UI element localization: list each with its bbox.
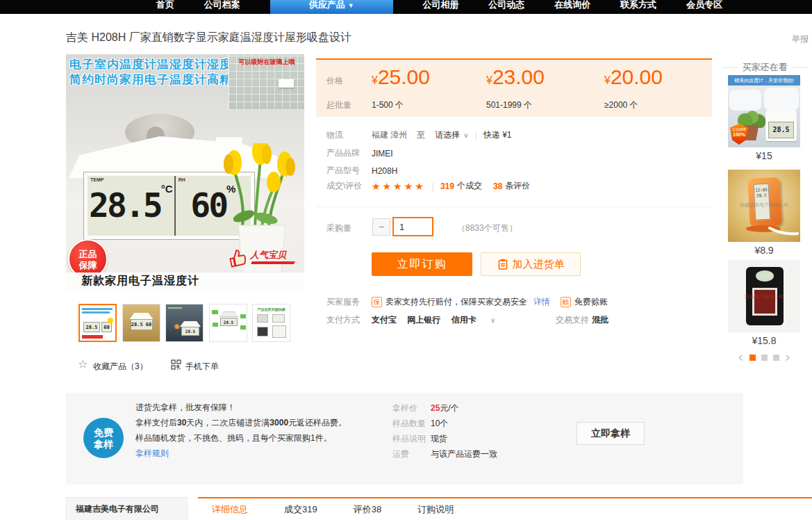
brand-row: 产品品牌 JIMEI [326, 147, 393, 159]
favorite-product-link[interactable]: 收藏产品（3） [93, 361, 148, 373]
rating-label: 成交\评价 [326, 180, 372, 192]
sample-rules-link[interactable]: 拿样规则 [135, 446, 347, 461]
rating-row: 成交\评价 ★★★★★ | 319 个成交 38 条评价 [326, 180, 530, 192]
free-sample-section: 免费 拿样 进货先拿样，批发有保障！ 拿样支付后30天内，二次店铺进货满3000… [66, 393, 743, 485]
order-now-button[interactable]: 立即订购 [372, 252, 472, 276]
payment-label: 支付方式 [326, 314, 372, 326]
separator: | [475, 131, 477, 140]
deals-suffix: 个成交 [457, 180, 482, 192]
sidebar-product-3[interactable]: 吉美电子有限公司 [728, 260, 800, 332]
lcd-rh-label: RH [179, 177, 185, 182]
pager-next-icon[interactable]: › [785, 352, 791, 363]
nav-item-album[interactable]: 公司相册 [423, 0, 459, 14]
image-headline-1: 电子室内温度计温湿度计湿度计 [69, 56, 245, 72]
price-box: 价格 ¥25.00 ¥23.00 ¥20.00 起批量 1-500 个 501-… [316, 58, 712, 117]
sidebar-title: 买家还在看 [743, 61, 788, 74]
popular-badge: 人气宝贝 [228, 245, 303, 273]
detail-tabbar: 详细信息 成交319 评价38 订购说明 [198, 497, 812, 520]
reviews-count[interactable]: 38 [493, 181, 502, 191]
pager-prev-icon[interactable]: ‹ [738, 352, 744, 363]
page-title: 吉美 H208H 厂家直销数字显示家庭温湿度计屋形吸盘设计 [66, 31, 351, 45]
inset-caption: 可以吸附在玻璃上哦 [229, 58, 304, 67]
thumbnail-2[interactable]: 28.5 60 [122, 304, 160, 342]
trade-support-value: 混批 [592, 314, 608, 326]
tab-reviews[interactable]: 评价38 [354, 503, 381, 516]
sidebar-price-2: ¥8.9 [728, 245, 800, 256]
thumbnail-3[interactable]: 28.5 [165, 304, 204, 342]
tab-deals[interactable]: 成交319 [284, 503, 317, 516]
details-link[interactable]: 详情 [533, 296, 550, 308]
moq-tier-1: 1-500 个 [372, 99, 404, 111]
nav-item-home[interactable]: 首页 [156, 0, 174, 14]
tab-order-instructions[interactable]: 订购说明 [417, 503, 454, 516]
add-to-cart-button[interactable]: 加入进货单 [481, 252, 581, 276]
pager-dot-3[interactable] [773, 355, 779, 361]
model-row: 产品型号 H208H [326, 165, 397, 177]
credit-text: 免费赊账 [574, 296, 608, 308]
chevron-down-icon: ▼ [348, 2, 354, 9]
mobile-order-link[interactable]: 手机下单 [185, 361, 219, 373]
deals-count[interactable]: 319 [440, 181, 454, 191]
buyer-services-label: 买家服务 [326, 296, 372, 308]
lcd-temp-label: TEMP [90, 177, 103, 182]
guarantee-badge-icon: 保 [372, 297, 382, 307]
chevron-down-icon[interactable]: ∨ [490, 316, 495, 324]
moq-label: 起批量 [326, 99, 351, 111]
company-name-box: 福建吉美电子有限公司 [66, 497, 188, 520]
sample-line-1: 进货先拿样，批发有保障！ [135, 400, 347, 415]
sample-price-field: 拿样价 25元/个 [392, 403, 508, 414]
credit-badge-icon: 赊 [561, 297, 571, 307]
quantity-minus-button[interactable]: − [372, 218, 390, 236]
destination-select[interactable]: 请选择∨ [435, 129, 468, 141]
qr-code-icon[interactable] [171, 359, 181, 370]
nav-item-products[interactable]: 供应产品▼ [270, 0, 393, 14]
payment-row: 支付方式 支付宝 网上银行 信用卡 ∨ 交易支持 混批 [326, 314, 768, 326]
buyer-services-row: 买家服务 保 卖家支持先行赔付，保障买家交易安全 详情 赊 免费赊账 [326, 296, 608, 308]
thumbnail-strip: 28.5 60 28.5 60 28.5 28.5 产品包装实物拍摄 [78, 304, 296, 342]
price-label: 价格 [326, 75, 343, 87]
ship-from: 福建 漳州 [372, 129, 407, 141]
clipboard-icon [497, 259, 508, 270]
to-word: 至 [417, 129, 425, 141]
sidebar-header: 买家还在看 [722, 61, 807, 74]
sidebar-product-1[interactable]: 精准的温度计，关爱你我他! 28.5 正品保障 100% [728, 75, 800, 147]
sample-description: 进货先拿样，批发有保障！ 拿样支付后30天内，二次店铺进货满3000元返还样品费… [135, 400, 347, 461]
pager-dot-1[interactable] [749, 355, 756, 361]
tab-detail-info[interactable]: 详细信息 [212, 503, 248, 516]
thumbnail-5[interactable]: 产品包装实物拍摄 [252, 304, 290, 342]
separator: | [432, 181, 434, 191]
guarantee-text: 卖家支持先行赔付，保障买家交易安全 [386, 296, 527, 308]
star-rating-icon: ★★★★★ [372, 181, 426, 192]
thumbnail-4[interactable]: 28.5 [209, 304, 247, 342]
sample-shipping-field: 运费 与该产品运费一致 [392, 448, 508, 460]
payment-method-alipay: 支付宝 [372, 315, 397, 325]
thumb-up-icon [226, 245, 251, 270]
pager-dot-2[interactable] [761, 355, 768, 361]
lcd-temp-unit: °C [161, 183, 173, 195]
image-caption-strip: 新款家用电子温湿度计 [66, 273, 304, 291]
lcd-temp-value: 28.5 [89, 186, 161, 225]
nav-item-inquiry[interactable]: 在线询价 [554, 0, 590, 14]
nav-item-member-zone[interactable]: 会员专区 [686, 0, 722, 14]
report-link[interactable]: 举报 [792, 33, 809, 45]
moq-tier-2: 501-1999 个 [486, 99, 532, 111]
payment-method-ebank: 网上银行 [407, 315, 440, 325]
authentic-shield-badge: 正品保障 100% [730, 124, 748, 145]
nav-item-news[interactable]: 公司动态 [488, 0, 524, 14]
get-sample-button[interactable]: 立即拿样 [577, 422, 645, 445]
favorite-star-icon[interactable]: ☆ [78, 357, 88, 371]
payment-method-credit-card: 信用卡 [451, 315, 477, 325]
price-tier-3: ¥20.00 [604, 65, 663, 89]
glass-door-inset-photo: 可以吸附在玻璃上哦 [228, 54, 304, 110]
stock-note: （8833个可售） [457, 222, 517, 234]
nav-item-contact[interactable]: 联系方式 [620, 0, 656, 14]
nav-item-company-profile[interactable]: 公司档案 [204, 0, 240, 14]
price-tier-2: ¥23.00 [486, 65, 545, 89]
divider [316, 206, 712, 207]
brand-label: 产品品牌 [326, 147, 372, 159]
thumbnail-1-selected[interactable]: 28.5 60 [78, 304, 117, 342]
thermometer-mini: 28.5 [765, 111, 797, 141]
sample-line-2: 拿样支付后30天内，二次店铺进货满3000元返还样品费。 [135, 415, 347, 430]
sidebar-product-2[interactable]: 12:0520.5 福建吉美电子有限公司 [728, 170, 800, 242]
quantity-input[interactable] [392, 217, 433, 236]
